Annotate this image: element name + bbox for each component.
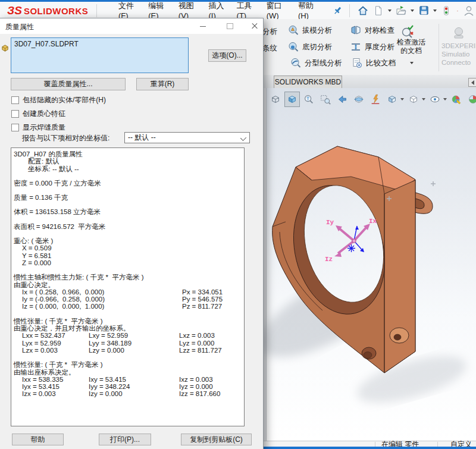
coordinate-system-dropdown[interactable]: -- 默认 -- [124,132,250,143]
view-orientation-icon[interactable] [384,92,400,107]
apply-scene-icon[interactable] [465,92,476,107]
display-style-dropdown-icon[interactable] [422,98,425,101]
checkbox-box[interactable] [11,96,19,104]
tensor-cell: Lzx = 0.003 [22,347,89,354]
mass-properties-dialog: 质量属性 3D07_H07.SLDPRT 选项(O)... 覆盖质量属性... … [0,18,264,449]
report-cog-z: Z = 0.000 [14,259,244,266]
zoom-fit-icon[interactable] [301,92,317,107]
report-principal-sub: 由重心决定。 [14,281,244,288]
mass-properties-report[interactable]: 3D07_H07 的质量属性 配置: 默认 坐标系: -- 默认 -- 密度 =… [11,147,245,426]
view-cube-icon[interactable] [268,92,283,107]
pin-icon[interactable] [332,4,343,18]
shaded-view-icon[interactable] [284,92,300,107]
checkbox-show-weld-mass[interactable]: 显示焊缝质量 [11,123,65,133]
ribbon-check-active-document-label[interactable]: 检查激活 的文档 [390,38,433,55]
print-button[interactable]: 打印(P)... [99,434,151,445]
ribbon-compare-documents[interactable]: 比较文档 [351,57,396,69]
selected-document[interactable]: 3D07_H07.SLDPRT [14,40,79,48]
hide-show-dropdown-icon[interactable] [443,98,447,101]
menu-bar: ЗS SOLIDWORKS 文件(F) 编辑(E) 视图(V) 插入(I) 工具… [0,2,476,19]
checkbox-label: 显示焊缝质量 [23,123,65,133]
vertex-markers [387,181,436,201]
report-tensor-out-title: 惯性张量: ( 千克 * 平方毫米 ) [14,361,244,368]
ribbon-symmetry-check[interactable]: 对称检查 [350,24,394,36]
new-document-dropdown-icon[interactable] [388,10,392,12]
copper-bracket-part[interactable] [273,146,433,373]
options-button[interactable]: 选项(O)... [208,49,246,62]
tensor-cm-row: Lxx = 532.437 Lxy = 52.959 Lxz = 0.003 [14,332,244,339]
previous-view-icon[interactable] [334,92,350,107]
minimize-button[interactable] [198,21,208,32]
tensor-out-row: Izx = 0.003 Izy = 0.000 Izz = 817.660 [14,390,244,397]
display-style-icon[interactable] [406,92,421,107]
principal-axes-triad: Ix Iy Iz [325,218,377,263]
tab-solidworks-mbd[interactable]: SOLIDWORKS MBD [274,76,342,88]
connector-line1: 3DEXPERIEN [441,42,476,50]
document-list[interactable]: 3D07_H07.SLDPRT [11,37,189,73]
checkbox-create-com-feature[interactable]: 创建质心特征 [11,109,65,119]
dialog-title-bar[interactable]: 质量属性 [0,18,263,34]
tensor-cm-row: Lyx = 52.959 Lyy = 348.189 Lyz = 0.000 [14,340,244,347]
check-active-document-icon [400,24,415,39]
edit-appearance-icon[interactable] [449,92,464,107]
report-tensor-out-sub: 由输出座标系决定。 [14,369,244,376]
login-avatar-icon[interactable] [462,4,476,18]
ribbon-thickness-analysis[interactable]: 厚度分析 [350,41,394,53]
compare-documents-icon [351,57,363,69]
checkbox-box[interactable] [11,124,19,131]
traffic-light-icon[interactable] [439,4,453,18]
tensor-cell: Lyx = 52.959 [22,340,89,347]
ribbon-draft-analysis[interactable]: 拔模分析 [287,24,332,36]
axis-ix: Ix = ( 0.258, 0.966, 0.000) [22,288,182,296]
check-doc-dropdown-icon[interactable] [410,62,414,64]
moment-py: Py = 546.575 [182,296,223,303]
symmetry-check-icon [350,24,362,36]
save-dropdown-icon[interactable] [433,10,437,12]
3dexperience-label: 3DEXPERIEN Simulatio Connecto [441,42,476,67]
tensor-cell: Iyy = 348.224 [89,383,179,390]
report-surface-area: 表面积 = 94216.572 平方毫米 [14,223,244,230]
ribbon-check-active-document[interactable] [400,24,415,39]
report-mass: 质量 = 0.136 千克 [14,194,244,201]
tensor-out-row: Ixx = 538.335 Ixy = 53.415 Ixz = 0.003 [14,376,244,383]
zoom-area-icon[interactable] [318,92,333,107]
help-button[interactable]: 帮助 [12,434,64,445]
save-icon[interactable] [416,4,431,18]
checkbox-box[interactable] [11,110,19,118]
dialog-title: 质量属性 [5,22,34,32]
report-principal-row: Ix = ( 0.258, 0.966, 0.000) Px = 334.051 [14,288,244,296]
hide-show-icon[interactable] [427,92,443,107]
3d-drawing-view-icon[interactable] [368,92,383,107]
checkbox-include-hidden[interactable]: 包括隐藏的实体/零部件(H) [11,95,106,105]
ribbon-collapse-button[interactable] [468,78,476,87]
tensor-cell: Iyx = 53.415 [22,383,89,390]
draft-analysis-icon [287,24,299,36]
tensor-cell: Iyz = 0.000 [179,383,213,390]
override-mass-properties-button[interactable]: 覆盖质量属性... [11,78,126,90]
ribbon-item-label: 底切分析 [302,42,332,52]
home-icon[interactable] [356,4,370,18]
check-doc-label-line2: 的文档 [390,46,433,55]
checkbox-label: 创建质心特征 [23,109,65,119]
ribbon-parting-line-analysis[interactable]: 分型线分析 [290,57,342,69]
copy-to-clipboard-button[interactable]: 复制到剪贴板(C) [181,434,252,445]
open-icon[interactable] [394,4,408,18]
maximize-button[interactable] [224,21,235,32]
axis-iz: Iz = ( 0.000, 0.000, 1.000) [22,303,182,310]
section-view-icon[interactable] [351,92,367,107]
headsup-toolbar [268,92,476,107]
chevron-down-icon [240,135,246,141]
3dexperience-icon [450,26,467,40]
open-dropdown-icon[interactable] [411,10,414,12]
recalculate-button[interactable]: 重算(R) [136,78,189,90]
checkbox-label: 包括隐藏的实体/零部件(H) [23,95,106,105]
close-button[interactable] [249,21,260,32]
view-orientation-dropdown-icon[interactable] [400,98,404,101]
check-doc-label-line1: 检查激活 [390,38,433,46]
report-principal-row: Iy = (-0.966, 0.258, 0.000) Py = 546.575 [14,296,244,303]
triad-label-ix: Ix [369,218,377,225]
undercut-analysis-icon [287,41,299,53]
tensor-cell: Izz = 817.660 [179,390,220,397]
ribbon-undercut-analysis[interactable]: 底切分析 [287,41,332,53]
new-document-icon[interactable] [371,4,386,18]
